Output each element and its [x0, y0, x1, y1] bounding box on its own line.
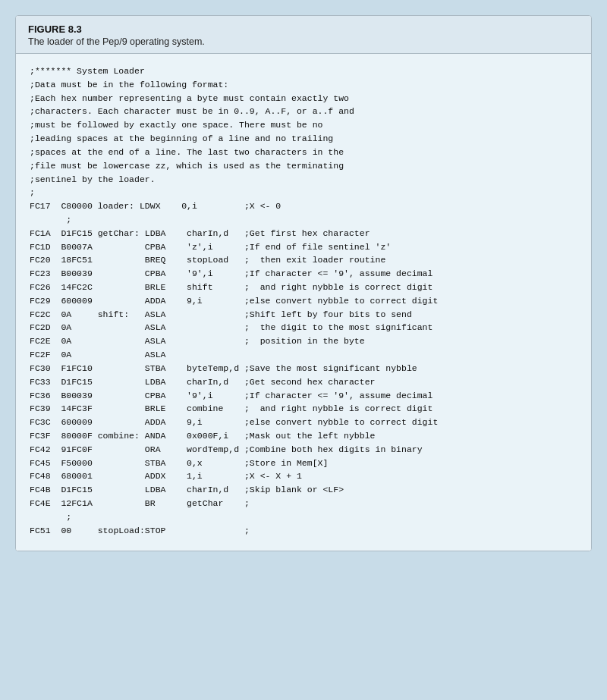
- figure-title: FIGURE 8.3: [28, 24, 579, 35]
- figure-card: FIGURE 8.3 The loader of the Pep/9 opera…: [15, 15, 592, 551]
- figure-caption: The loader of the Pep/9 operating system…: [28, 36, 579, 47]
- figure-header: FIGURE 8.3 The loader of the Pep/9 opera…: [16, 16, 591, 54]
- code-block: ;******* System Loader ;Data must be in …: [16, 54, 591, 551]
